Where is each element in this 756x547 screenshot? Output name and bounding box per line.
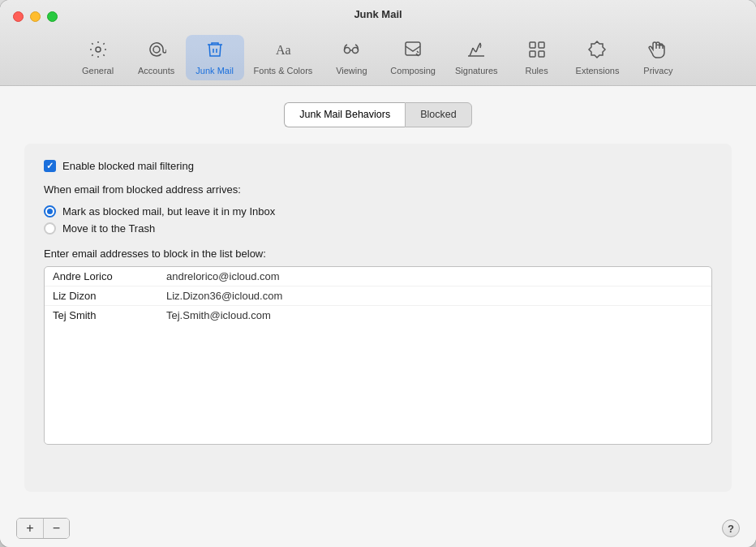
rules-icon (527, 40, 547, 62)
toolbar-item-rules-label: Rules (526, 66, 548, 75)
blocked-name: Tej Smith (53, 309, 166, 321)
close-button[interactable] (13, 11, 24, 22)
settings-panel: Enable blocked mail filtering When email… (24, 144, 732, 492)
radio-section: When email from blocked address arrives:… (44, 183, 712, 236)
help-button[interactable]: ? (722, 519, 740, 537)
fonts-icon: Aa (273, 40, 293, 62)
toolbar-item-fonts-label: Fonts & Colors (254, 66, 313, 75)
svg-point-0 (96, 47, 101, 52)
enable-filtering-label: Enable blocked mail filtering (62, 160, 194, 172)
hand-icon (648, 40, 668, 62)
add-remove-group: + − (16, 518, 70, 539)
blocked-name: Andre Lorico (53, 270, 166, 282)
signatures-icon (466, 40, 486, 62)
toolbar-item-extensions[interactable]: Extensions (566, 35, 629, 80)
list-item[interactable]: Liz DizonLiz.Dizon36@icloud.com (45, 286, 711, 306)
toolbar: General Accounts Junk (69, 28, 688, 85)
content-area: Junk Mail Behaviors Blocked Enable block… (0, 86, 756, 508)
compose-icon (403, 40, 423, 62)
list-item[interactable]: Andre Loricoandrelorico@icloud.com (45, 267, 711, 286)
toolbar-item-fonts-colors[interactable]: Aa Fonts & Colors (244, 35, 323, 80)
traffic-lights (13, 11, 58, 22)
svg-rect-8 (539, 42, 544, 48)
window-title: Junk Mail (354, 8, 402, 20)
tab-junk-behaviors[interactable]: Junk Mail Behaviors (284, 102, 405, 127)
blocked-email: Liz.Dizon36@icloud.com (166, 290, 282, 302)
maximize-button[interactable] (47, 11, 58, 22)
svg-point-3 (345, 48, 350, 54)
toolbar-item-general-label: General (82, 66, 114, 75)
gear-icon (88, 40, 108, 62)
toolbar-item-composing-label: Composing (390, 66, 436, 75)
toolbar-item-junk-mail[interactable]: Junk Mail (186, 35, 244, 80)
enable-filtering-row: Enable blocked mail filtering (44, 160, 712, 172)
blocked-name: Liz Dizon (53, 290, 166, 302)
toolbar-item-privacy-label: Privacy (643, 66, 672, 75)
bottom-bar: + − ? (0, 508, 756, 547)
toolbar-item-signatures-label: Signatures (455, 66, 498, 75)
tab-blocked[interactable]: Blocked (405, 102, 471, 127)
radio-trash[interactable] (44, 222, 56, 235)
svg-rect-9 (530, 51, 535, 57)
toolbar-item-accounts[interactable]: Accounts (127, 35, 186, 80)
svg-point-4 (353, 48, 359, 54)
toolbar-item-general[interactable]: General (69, 35, 127, 80)
title-bar: Junk Mail General (0, 0, 756, 86)
at-icon (147, 40, 166, 62)
blocked-email-list[interactable]: Andre Loricoandrelorico@icloud.comLiz Di… (44, 266, 712, 445)
toolbar-item-viewing-label: Viewing (336, 66, 367, 75)
toolbar-item-privacy[interactable]: Privacy (629, 35, 687, 80)
blocked-email: Tej.Smith@icloud.com (166, 309, 271, 321)
svg-text:Aa: Aa (276, 43, 291, 57)
glasses-icon (341, 40, 361, 62)
radio-trash-row: Move it to the Trash (44, 221, 712, 236)
svg-rect-5 (406, 42, 420, 55)
list-item[interactable]: Tej SmithTej.Smith@icloud.com (45, 306, 711, 325)
radio-mark-label: Mark as blocked mail, but leave it in my… (62, 205, 275, 218)
extensions-icon (587, 40, 607, 62)
remove-button[interactable]: − (43, 519, 69, 538)
radio-mark[interactable] (44, 205, 56, 218)
minimize-button[interactable] (30, 11, 41, 22)
email-list-section: Enter email addresses to block in the li… (44, 248, 712, 476)
svg-point-1 (153, 46, 160, 53)
main-window: Junk Mail General (0, 0, 756, 547)
svg-rect-10 (539, 51, 544, 57)
when-description: When email from blocked address arrives: (44, 183, 712, 196)
list-description: Enter email addresses to block in the li… (44, 248, 712, 260)
toolbar-item-signatures[interactable]: Signatures (445, 35, 508, 80)
toolbar-item-viewing[interactable]: Viewing (322, 35, 380, 80)
toolbar-item-rules[interactable]: Rules (508, 35, 566, 80)
svg-rect-7 (530, 42, 535, 48)
radio-mark-row: Mark as blocked mail, but leave it in my… (44, 204, 712, 219)
toolbar-item-accounts-label: Accounts (138, 66, 174, 75)
blocked-email: andrelorico@icloud.com (166, 270, 280, 282)
radio-trash-label: Move it to the Trash (62, 222, 155, 235)
toolbar-item-junk-mail-label: Junk Mail (195, 66, 233, 75)
tab-bar: Junk Mail Behaviors Blocked (24, 102, 732, 127)
junk-mail-icon (205, 40, 225, 62)
toolbar-item-extensions-label: Extensions (576, 66, 620, 75)
enable-filtering-checkbox[interactable] (44, 160, 56, 172)
add-button[interactable]: + (17, 519, 43, 538)
toolbar-item-composing[interactable]: Composing (380, 35, 445, 80)
